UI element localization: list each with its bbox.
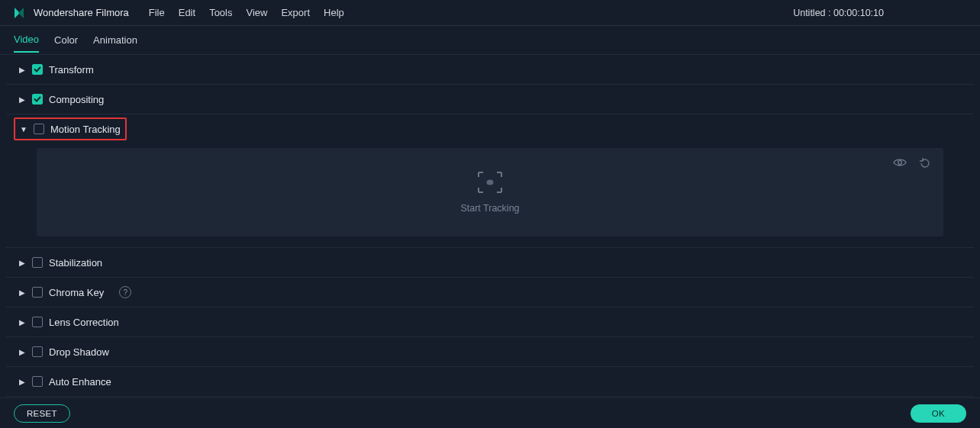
disclosure-down-icon: ▼ [20, 125, 27, 134]
section-stabilization: ▶ Stabilization [6, 248, 974, 278]
section-lens-correction: ▶ Lens Correction [6, 307, 974, 337]
motion-tracking-panel: Start Tracking [37, 148, 943, 237]
section-header-stabilization[interactable]: ▶ Stabilization [6, 248, 974, 277]
menu-export[interactable]: Export [281, 7, 310, 18]
ok-button[interactable]: OK [911, 404, 966, 423]
inspector-panel: ▶ Transform ▶ Compositing ▼ Motion Track… [0, 55, 980, 397]
section-label: Compositing [49, 94, 104, 105]
section-motion-tracking: ▼ Motion Tracking [6, 114, 974, 248]
filmora-logo-icon [12, 6, 26, 20]
checkbox-lens-correction[interactable] [32, 317, 43, 327]
menu-help[interactable]: Help [324, 7, 344, 18]
document-title: Untitled : 00:00:10:10 [793, 8, 884, 18]
tab-color[interactable]: Color [54, 28, 78, 52]
menu-file[interactable]: File [149, 7, 165, 18]
section-header-lens-correction[interactable]: ▶ Lens Correction [6, 307, 974, 336]
checkbox-transform[interactable] [32, 64, 43, 75]
tab-video[interactable]: Video [14, 27, 39, 53]
tab-animation[interactable]: Animation [93, 28, 137, 52]
menu-edit[interactable]: Edit [179, 7, 195, 18]
app-menu: File Edit Tools View Export Help [149, 7, 344, 18]
section-header-compositing[interactable]: ▶ Compositing [6, 85, 974, 114]
section-label: Motion Tracking [50, 124, 121, 135]
app-bar: Wondershare Filmora File Edit Tools View… [0, 0, 980, 26]
app-title: Wondershare Filmora [34, 7, 129, 18]
disclosure-right-icon: ▶ [18, 378, 26, 386]
checkbox-auto-enhance[interactable] [32, 376, 43, 387]
section-label: Drop Shadow [49, 346, 109, 358]
checkbox-stabilization[interactable] [32, 257, 43, 268]
eye-icon[interactable] [893, 157, 907, 169]
disclosure-right-icon: ▶ [18, 66, 26, 74]
section-header-motion-tracking[interactable]: ▼ Motion Tracking [6, 114, 974, 143]
section-drop-shadow: ▶ Drop Shadow [6, 337, 974, 367]
section-header-transform[interactable]: ▶ Transform [6, 55, 974, 84]
checkbox-chroma-key[interactable] [32, 287, 43, 298]
help-icon[interactable]: ? [119, 286, 131, 298]
disclosure-right-icon: ▶ [18, 348, 26, 356]
section-auto-enhance: ▶ Auto Enhance [6, 367, 974, 397]
disclosure-right-icon: ▶ [18, 259, 26, 267]
section-chroma-key: ▶ Chroma Key ? [6, 278, 974, 307]
section-transform: ▶ Transform [6, 55, 974, 85]
checkbox-compositing[interactable] [32, 94, 43, 105]
checkbox-drop-shadow[interactable] [32, 346, 43, 357]
section-label: Chroma Key [49, 287, 104, 298]
section-header-chroma-key[interactable]: ▶ Chroma Key ? [6, 278, 974, 307]
checkbox-motion-tracking[interactable] [34, 124, 44, 134]
section-header-drop-shadow[interactable]: ▶ Drop Shadow [6, 337, 974, 366]
start-tracking-label[interactable]: Start Tracking [460, 203, 519, 214]
svg-point-1 [487, 180, 494, 185]
section-label: Auto Enhance [49, 376, 111, 388]
disclosure-right-icon: ▶ [18, 95, 26, 104]
svg-point-0 [898, 161, 902, 165]
menu-tools[interactable]: Tools [209, 7, 232, 18]
reset-icon[interactable] [919, 157, 931, 169]
disclosure-right-icon: ▶ [18, 288, 26, 297]
section-label: Lens Correction [49, 317, 119, 328]
footer: RESET OK [0, 397, 980, 428]
tracking-target-icon[interactable] [477, 171, 503, 194]
section-label: Transform [49, 64, 94, 76]
inspector-tabs: Video Color Animation [0, 26, 980, 55]
disclosure-right-icon: ▶ [18, 318, 26, 327]
menu-view[interactable]: View [246, 7, 267, 18]
section-compositing: ▶ Compositing [6, 85, 974, 114]
reset-button[interactable]: RESET [14, 404, 70, 423]
section-header-auto-enhance[interactable]: ▶ Auto Enhance [6, 367, 974, 396]
section-label: Stabilization [49, 257, 102, 269]
highlight-box: ▼ Motion Tracking [14, 117, 127, 140]
